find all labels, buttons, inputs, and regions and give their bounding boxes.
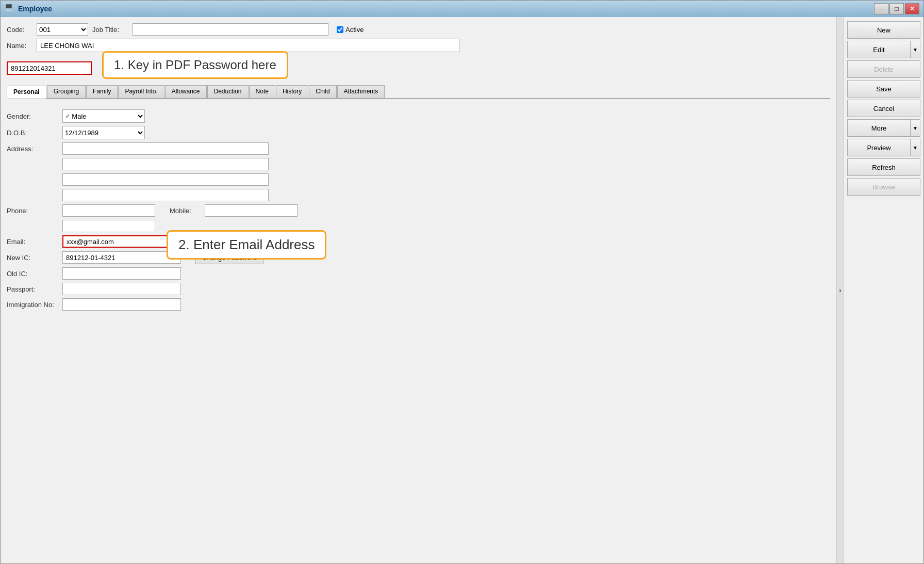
mobile-input[interactable] xyxy=(205,204,298,217)
collapse-arrow-icon: › xyxy=(839,286,841,294)
tab-child[interactable]: Child xyxy=(309,85,336,98)
email-input[interactable] xyxy=(62,235,181,248)
tab-grouping[interactable]: Grouping xyxy=(47,85,86,98)
preview-dropdown-arrow[interactable]: ▼ xyxy=(910,139,920,156)
newic-input[interactable] xyxy=(62,251,181,264)
immig-input[interactable] xyxy=(62,298,181,311)
extra-phone-row xyxy=(7,220,830,232)
phone-input[interactable] xyxy=(62,204,155,217)
title-bar: 🖥️ Employee – □ ✕ xyxy=(1,1,923,17)
delete-button[interactable]: Delete xyxy=(847,60,920,78)
edit-button-container: Edit ▼ xyxy=(847,41,920,58)
address-row-1: Address: xyxy=(7,142,830,155)
name-input[interactable] xyxy=(37,39,459,52)
pdf-password-input[interactable] xyxy=(7,61,92,75)
tab-deduction[interactable]: Deduction xyxy=(207,85,249,98)
more-button[interactable]: More xyxy=(847,119,910,137)
passport-label: Passport: xyxy=(7,285,58,293)
address-input-1[interactable] xyxy=(62,142,269,155)
email-callout-text: 2. Enter Email Address xyxy=(178,237,315,252)
address-input-4[interactable] xyxy=(62,189,269,201)
tab-note[interactable]: Note xyxy=(249,85,275,98)
minimize-button[interactable]: – xyxy=(874,3,888,14)
edit-button[interactable]: Edit xyxy=(847,41,910,58)
address-row-4 xyxy=(7,189,830,201)
address-label: Address: xyxy=(7,145,58,153)
jobtitle-label: Job Title: xyxy=(92,26,128,34)
more-button-container: More ▼ xyxy=(847,119,920,137)
tab-allowance[interactable]: Allowance xyxy=(165,85,207,98)
gender-row: Gender: ♂ Male ♀ Female xyxy=(7,109,830,123)
immig-label: Immigration No: xyxy=(7,301,58,309)
passport-input[interactable] xyxy=(62,283,181,295)
window-title: Employee xyxy=(18,5,874,13)
personal-form: Gender: ♂ Male ♀ Female D.O.B: 12/12/198… xyxy=(7,105,830,318)
preview-button-container: Preview ▼ xyxy=(847,139,920,156)
employee-window: 🖥️ Employee – □ ✕ Code: 001 Job Title: A… xyxy=(0,0,924,564)
close-button[interactable]: ✕ xyxy=(905,3,919,14)
active-checkbox-container: Active xyxy=(337,26,364,34)
newic-label: New IC: xyxy=(7,254,58,262)
pdf-callout-box: 1. Key in PDF Password here xyxy=(102,51,288,79)
refresh-button[interactable]: Refresh xyxy=(847,158,920,176)
oldic-input[interactable] xyxy=(62,267,181,280)
browse-button[interactable]: Browse xyxy=(847,178,920,196)
more-dropdown-arrow[interactable]: ▼ xyxy=(910,119,920,137)
active-checkbox[interactable] xyxy=(337,26,343,33)
cancel-button[interactable]: Cancel xyxy=(847,100,920,117)
save-button[interactable]: Save xyxy=(847,80,920,98)
name-label: Name: xyxy=(7,42,32,50)
tab-attachments[interactable]: Attachments xyxy=(337,85,385,98)
code-label: Code: xyxy=(7,26,32,34)
extra-phone-input[interactable] xyxy=(62,220,155,232)
edit-dropdown-arrow[interactable]: ▼ xyxy=(910,41,920,58)
tab-payroll-info[interactable]: Payroll Info. xyxy=(118,85,164,98)
title-bar-controls: – □ ✕ xyxy=(874,3,919,14)
passport-row: Passport: xyxy=(7,283,830,295)
address-input-2[interactable] xyxy=(62,158,269,170)
pdf-callout-text: 1. Key in PDF Password here xyxy=(114,58,276,72)
address-input-3[interactable] xyxy=(62,173,269,186)
dob-select[interactable]: 12/12/1989 xyxy=(62,126,145,139)
phone-label: Phone: xyxy=(7,207,58,215)
oldic-row: Old IC: xyxy=(7,267,830,280)
oldic-label: Old IC: xyxy=(7,270,58,278)
tab-history[interactable]: History xyxy=(276,85,308,98)
header-row-1: Code: 001 Job Title: Active xyxy=(7,23,830,36)
tab-personal[interactable]: Personal xyxy=(7,86,46,99)
immig-row: Immigration No: xyxy=(7,298,830,311)
gender-label: Gender: xyxy=(7,112,58,120)
email-label: Email: xyxy=(7,238,58,246)
dob-label: D.O.B: xyxy=(7,129,58,137)
preview-button[interactable]: Preview xyxy=(847,139,910,156)
newic-row: New IC: Change Password xyxy=(7,251,830,264)
maximize-button[interactable]: □ xyxy=(889,3,904,14)
tabs-row: Personal Grouping Family Payroll Info. A… xyxy=(7,85,830,99)
tab-family[interactable]: Family xyxy=(86,85,118,98)
address-row-2 xyxy=(7,158,830,170)
gender-select[interactable]: ♂ Male ♀ Female xyxy=(62,109,145,123)
jobtitle-input[interactable] xyxy=(133,23,328,36)
new-button[interactable]: New xyxy=(847,21,920,39)
sidebar: New Edit ▼ Delete Save Cancel More ▼ Pre… xyxy=(844,17,923,563)
header-row-2: Name: xyxy=(7,39,830,52)
phone-row: Phone: Mobile: xyxy=(7,204,830,217)
collapse-arrow[interactable]: › xyxy=(836,17,844,563)
email-row: Email: 2. Enter Email Address xyxy=(7,235,830,248)
main-panel: Code: 001 Job Title: Active Name: xyxy=(1,17,836,563)
address-row-3 xyxy=(7,173,830,186)
window-icon: 🖥️ xyxy=(5,4,15,14)
active-label: Active xyxy=(345,26,364,34)
dob-row: D.O.B: 12/12/1989 xyxy=(7,126,830,139)
mobile-label: Mobile: xyxy=(170,207,201,215)
email-callout-box: 2. Enter Email Address xyxy=(167,230,326,260)
code-dropdown[interactable]: 001 xyxy=(37,23,88,36)
content-area: Code: 001 Job Title: Active Name: xyxy=(1,17,923,563)
pdf-password-row: 1. Key in PDF Password here xyxy=(7,55,830,81)
